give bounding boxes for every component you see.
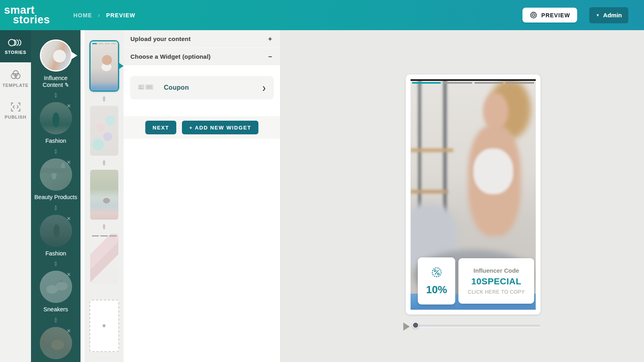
delete-story-icon[interactable]: ✕ — [67, 328, 71, 334]
editor-footer: NEXT + ADD NEW WIDGET — [124, 116, 280, 139]
accordion-title: Choose a Widget (optional) — [130, 53, 211, 60]
story-item-beauty-products[interactable]: ✕ Beauty Products — [34, 158, 77, 201]
nav-label-stories: STORIES — [5, 50, 27, 55]
admin-menu-button[interactable]: ▼ Admin — [589, 7, 628, 23]
logo-line2: stories — [13, 15, 50, 25]
slide-thumb-3[interactable] — [90, 170, 118, 220]
arrow-down-icon: ▼ — [54, 208, 58, 211]
accordion-title: Upload your content — [130, 35, 191, 42]
nav-item-publish[interactable]: PUBLISH — [0, 95, 31, 127]
publish-icon — [10, 102, 21, 112]
reorder-arrows[interactable]: ▲ ▼ — [54, 260, 58, 267]
story-item-sneakers[interactable]: ✕ Sneakers — [40, 271, 72, 313]
minus-icon: – — [268, 53, 272, 61]
widget-item-label: Coupon — [164, 84, 189, 91]
story-item-fashion-3[interactable]: ✕ Fashion — [40, 327, 72, 362]
preview-button[interactable]: PREVIEW — [522, 8, 578, 23]
accordion-upload-content[interactable]: Upload your content + — [124, 30, 280, 48]
header-actions: PREVIEW ▼ Admin — [522, 7, 628, 23]
add-new-widget-button[interactable]: + ADD NEW WIDGET — [182, 121, 258, 134]
seek-slider-handle[interactable] — [412, 322, 419, 329]
stories-list: Influence Content✎ ▲ ▼ ✕ Fashion ▲ ▼ ✕ B… — [31, 30, 80, 362]
template-icon — [10, 70, 21, 80]
edit-icon[interactable]: ✎ — [64, 81, 69, 88]
story-label: Fashion — [45, 250, 66, 257]
arrow-down-icon: ▼ — [102, 162, 107, 166]
slide-progress — [92, 43, 116, 44]
plus-icon: + — [268, 35, 272, 43]
active-slide-pointer — [119, 63, 124, 69]
coupon-card-icon — [138, 83, 153, 92]
reorder-arrows[interactable]: ▲ ▼ — [54, 148, 58, 154]
breadcrumb: HOME › PREVIEW — [73, 12, 135, 19]
discount-value: 10% — [426, 284, 447, 296]
nav-item-stories[interactable]: STORIES — [0, 30, 31, 62]
video-top-bar — [411, 79, 536, 81]
copy-hint: CLICK HERE TO COPY — [468, 289, 525, 295]
story-progress-bar — [412, 82, 534, 84]
preview-area: 10% Influencer Code 10SPECIAL CLICK HERE… — [281, 30, 644, 362]
coupon-discount-card: 10% — [418, 257, 455, 304]
play-button[interactable] — [403, 323, 410, 331]
preview-button-label: PREVIEW — [541, 12, 570, 19]
story-item-influence-content[interactable]: Influence Content✎ — [33, 39, 78, 88]
chevron-right-icon: › — [262, 82, 266, 94]
delete-story-icon[interactable]: ✕ — [67, 103, 71, 109]
accordion-choose-widget[interactable]: Choose a Widget (optional) – — [124, 48, 280, 66]
widget-list: Coupon › — [124, 66, 280, 99]
arrow-down-icon: ▼ — [54, 151, 58, 154]
arrow-down-icon: ▼ — [102, 99, 107, 102]
reorder-arrows[interactable]: ▲ ▼ — [102, 95, 107, 102]
slide-thumb-1[interactable] — [89, 40, 119, 92]
stories-icon — [8, 38, 24, 47]
nav-label-publish: PUBLISH — [5, 115, 27, 119]
eye-icon — [530, 11, 537, 19]
next-button[interactable]: NEXT — [145, 121, 176, 134]
reorder-arrows[interactable]: ▲ ▼ — [102, 159, 107, 166]
story-avatar[interactable] — [40, 39, 72, 72]
logo[interactable]: smart stories — [4, 6, 50, 25]
coupon-code-value: 10SPECIAL — [471, 276, 521, 287]
story-label: Beauty Products — [34, 194, 77, 201]
coupon-code-card[interactable]: Influencer Code 10SPECIAL CLICK HERE TO … — [458, 258, 534, 304]
story-video-preview: 10% Influencer Code 10SPECIAL CLICK HERE… — [411, 79, 536, 310]
reorder-arrows[interactable]: ▲ ▼ — [102, 223, 107, 230]
plus-icon: + — [102, 322, 106, 329]
slide-thumb-2[interactable] — [90, 106, 118, 156]
breadcrumb-current: PREVIEW — [106, 12, 135, 19]
admin-button-label: Admin — [603, 12, 622, 19]
story-label: Sneakers — [43, 306, 68, 313]
slide-thumb-4[interactable] — [90, 234, 118, 284]
story-item-fashion-2[interactable]: ✕ Fashion — [40, 215, 72, 257]
slide-progress — [92, 235, 117, 237]
side-navigation: STORIES TEMPLATE PUBLISH — [0, 30, 31, 362]
smart-stories-app: smart stories HOME › PREVIEW PREVIEW ▼ A… — [0, 0, 644, 362]
chevron-right-icon: › — [98, 12, 101, 19]
playback-controls — [401, 321, 542, 333]
arrow-down-icon: ▼ — [54, 263, 58, 267]
editor-panel: Upload your content + Choose a Widget (o… — [124, 30, 281, 362]
add-slide-button[interactable]: + — [89, 300, 119, 352]
nav-item-template[interactable]: TEMPLATE — [0, 62, 31, 95]
story-label: Influence Content✎ — [33, 75, 78, 88]
reorder-arrows[interactable]: ▲ ▼ — [54, 317, 58, 323]
arrow-down-icon: ▼ — [54, 95, 58, 98]
phone-preview-frame: 10% Influencer Code 10SPECIAL CLICK HERE… — [406, 74, 541, 315]
story-item-fashion-1[interactable]: ✕ Fashion — [40, 102, 72, 144]
top-header: smart stories HOME › PREVIEW PREVIEW ▼ A… — [0, 0, 644, 30]
delete-story-icon[interactable]: ✕ — [67, 272, 71, 278]
reorder-arrows[interactable]: ▲ ▼ — [54, 92, 58, 98]
coupon-code-title: Influencer Code — [473, 267, 519, 274]
caret-down-icon: ▼ — [596, 13, 599, 17]
seek-slider-track[interactable] — [415, 325, 540, 327]
slides-list: ▲ ▼ ▲ ▼ ▲ ▼ + — [80, 30, 124, 362]
story-label: Fashion — [45, 138, 66, 144]
arrow-down-icon: ▼ — [54, 320, 58, 323]
delete-story-icon[interactable]: ✕ — [67, 159, 71, 165]
delete-story-icon[interactable]: ✕ — [67, 216, 71, 222]
discount-badge-icon — [430, 266, 443, 279]
reorder-arrows[interactable]: ▲ ▼ — [54, 204, 58, 211]
widget-item-coupon[interactable]: Coupon › — [130, 76, 274, 99]
active-story-pointer — [72, 52, 77, 59]
breadcrumb-home[interactable]: HOME — [73, 12, 92, 19]
